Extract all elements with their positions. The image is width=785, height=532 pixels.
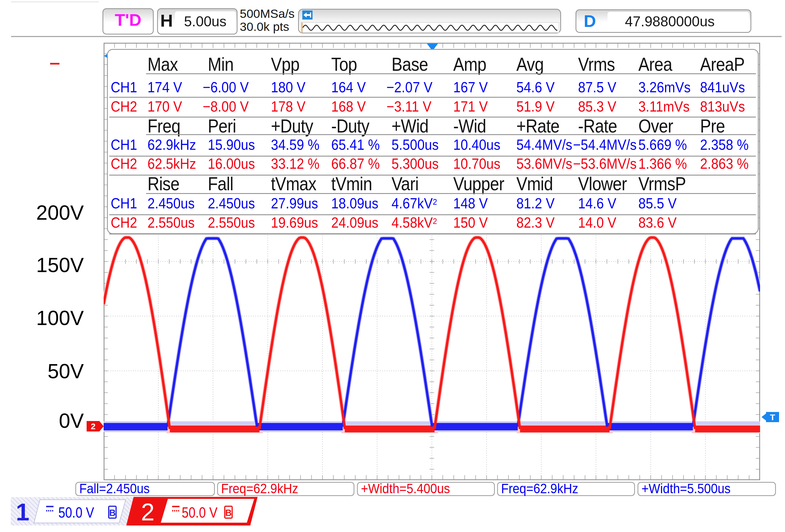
svg-text:B: B xyxy=(109,508,116,518)
svg-text:T: T xyxy=(770,412,775,422)
svg-text:2: 2 xyxy=(91,422,96,431)
svg-text:B: B xyxy=(225,508,232,518)
